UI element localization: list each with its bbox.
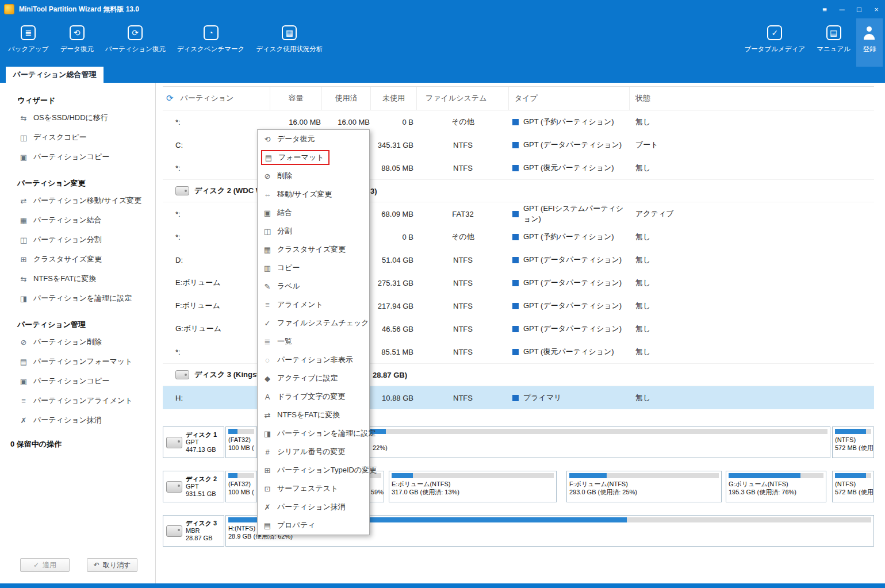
context-menu-item[interactable]: ⊞パーティションTypeIDの変更 xyxy=(258,461,369,479)
sidebar-item[interactable]: ▣パーティションコピー xyxy=(0,147,155,167)
context-menu-item[interactable]: ▥コピー xyxy=(258,259,369,277)
context-menu-item[interactable]: ▤プロパティ xyxy=(258,516,369,535)
context-menu-item[interactable]: ✗パーティション抹消 xyxy=(258,498,369,516)
sidebar-item[interactable]: ▣パーティションコピー xyxy=(0,371,155,391)
change-drive-letter-icon: A xyxy=(262,393,273,401)
disk-icon xyxy=(166,481,182,493)
context-menu-item[interactable]: ▤フォーマット xyxy=(258,148,369,167)
context-menu-item[interactable]: ✓ファイルシステムチェック xyxy=(258,314,369,332)
sidebar-item[interactable]: ▤パーティションフォーマット xyxy=(0,352,155,371)
disk-size: 28.87 GB xyxy=(186,535,217,542)
context-menu-item[interactable]: ◨パーティションを論理に設定 xyxy=(258,424,369,443)
usage-bar xyxy=(835,429,871,434)
context-menu-item-label: プロパティ xyxy=(277,520,316,531)
sidebar: ウィザード⇆OSをSSD/HDDに移行◫ディスクコピー▣パーティションコピーパー… xyxy=(0,83,156,583)
context-menu-item[interactable]: ◆アクティブに設定 xyxy=(258,369,369,387)
partition-map-label: E:ボリューム(NTFS) xyxy=(392,480,554,488)
usage-bar xyxy=(228,429,254,434)
diskmap-disk-info[interactable]: ディスク 2GPT931.51 GB xyxy=(163,471,224,502)
diskmap-disk-info[interactable]: ディスク 1GPT447.13 GB xyxy=(163,426,224,458)
undo-button[interactable]: ↶ 取り消す xyxy=(87,558,137,572)
context-menu-item-label: アライメント xyxy=(277,299,323,310)
diskmap-partition[interactable]: F:ボリューム(NTFS)293.0 GB (使用済: 25%) xyxy=(566,471,722,502)
diskmap-partition[interactable]: E:ボリューム(NTFS)317.0 GB (使用済: 13%) xyxy=(389,471,557,502)
sidebar-item[interactable]: ◨パーティションを論理に設定 xyxy=(0,289,155,308)
context-menu-item-label: パーティションTypeIDの変更 xyxy=(277,465,377,475)
context-menu-item[interactable]: ▣結合 xyxy=(258,203,369,222)
disk-scheme: MBR xyxy=(186,527,217,535)
context-menu-item[interactable]: ▦クラスタサイズ変更 xyxy=(258,240,369,259)
context-menu-item[interactable]: ⊘削除 xyxy=(258,167,369,185)
cluster-size-icon: ▦ xyxy=(262,245,273,254)
usage-bar xyxy=(392,473,554,478)
tab-partition-management[interactable]: パーティション総合管理 xyxy=(6,67,104,83)
partition-map-sublabel: 293.0 GB (使用済: 25%) xyxy=(569,488,719,496)
sidebar-buttons: ✓ 適用 ↶ 取り消す xyxy=(0,558,155,573)
data-recovery-button[interactable]: ⟲データ復元 xyxy=(55,18,99,67)
move-resize-icon: ⇄ xyxy=(19,197,28,205)
register-button[interactable]: 登録 xyxy=(856,18,883,67)
partition-map-sublabel: 195.3 GB (使用済: 76%) xyxy=(729,488,823,496)
sidebar-item[interactable]: ✗パーティション抹消 xyxy=(0,410,155,430)
maximize-button[interactable]: □ xyxy=(850,0,868,18)
menu-button[interactable]: ≡ xyxy=(816,0,833,18)
context-menu-item[interactable]: #シリアル番号の変更 xyxy=(258,443,369,461)
sidebar-item[interactable]: ◫ディスクコピー xyxy=(0,128,155,147)
context-menu-item[interactable]: ◫分割 xyxy=(258,222,369,240)
context-menu-item[interactable]: ⇔移動/サイズ変更 xyxy=(258,185,369,203)
copy-disk-icon: ◫ xyxy=(19,133,28,142)
context-menu-item[interactable]: ≡アライメント xyxy=(258,295,369,314)
sidebar-item[interactable]: ⇆OSをSSD/HDDに移行 xyxy=(0,108,155,128)
diskmap-partition[interactable]: (NTFS)572 MB (使用 xyxy=(832,471,874,502)
partition-recovery-button[interactable]: ⟳パーティション復元 xyxy=(99,18,171,67)
context-menu-item[interactable]: ≣一覧 xyxy=(258,332,369,351)
sidebar-item[interactable]: ⊘パーティション削除 xyxy=(0,332,155,352)
diskmap-partition[interactable]: (FAT32)100 MB ( xyxy=(225,471,257,502)
usage-bar xyxy=(569,473,719,478)
disk-benchmark-button[interactable]: ◔ディスクベンチマーク xyxy=(171,18,250,67)
context-menu-item[interactable]: ⟲データ復元 xyxy=(258,130,369,148)
register-icon xyxy=(862,25,877,40)
sidebar-item[interactable]: ⇄パーティション移動/サイズ変更 xyxy=(0,191,155,210)
context-menu-item-label: アクティブに設定 xyxy=(277,373,338,383)
context-menu-item[interactable]: ⇄NTFSをFATに変換 xyxy=(258,406,369,424)
manual-button[interactable]: ▤マニュアル xyxy=(811,18,856,67)
label-icon: ✎ xyxy=(262,282,273,291)
context-menu-item[interactable]: ✎ラベル xyxy=(258,277,369,295)
usage-bar xyxy=(228,473,254,478)
sidebar-item[interactable]: ▦パーティション結合 xyxy=(0,210,155,230)
backup-button[interactable]: ≣バックアップ xyxy=(2,18,55,67)
sidebar-item-label: パーティションコピー xyxy=(33,376,109,386)
bootable-media-button[interactable]: ✓ブータブルメディア xyxy=(738,18,811,67)
partition-map-label: F:ボリューム(NTFS) xyxy=(569,480,719,488)
toolbar-item-label: バックアップ xyxy=(8,45,49,53)
apply-button[interactable]: ✓ 適用 xyxy=(20,558,70,572)
context-menu-item[interactable]: Aドライブ文字の変更 xyxy=(258,387,369,406)
toolbar-right: ✓ブータブルメディア▤マニュアル登録 xyxy=(738,18,885,67)
context-menu-item[interactable]: ◌パーティション非表示 xyxy=(258,351,369,369)
sidebar-item-label: OSをSSD/HDDに移行 xyxy=(33,113,108,123)
context-menu-item[interactable]: ⊡サーフェステスト xyxy=(258,479,369,498)
close-button[interactable]: × xyxy=(868,0,885,18)
sidebar-item[interactable]: ⊞クラスタサイズ変更 xyxy=(0,249,155,269)
statusbar xyxy=(0,583,885,588)
diskmap-disk-info[interactable]: ディスク 3MBR28.87 GB xyxy=(163,515,224,547)
sidebar-item[interactable]: ◫パーティション分割 xyxy=(0,230,155,249)
properties-icon: ▤ xyxy=(262,521,273,530)
diskmap-partition[interactable]: (FAT32)100 MB ( xyxy=(225,426,257,458)
disk-benchmark-icon: ◔ xyxy=(204,25,219,40)
toolbar-item-label: パーティション復元 xyxy=(105,45,166,53)
sidebar-item-label: パーティション結合 xyxy=(33,215,102,225)
diskmap-partition[interactable]: (NTFS)572 MB (使用 xyxy=(832,426,874,458)
diskmap-partition[interactable]: G:ボリューム(NTFS)195.3 GB (使用済: 76%) xyxy=(726,471,826,502)
sidebar-item[interactable]: ⇆NTFSをFATに変換 xyxy=(0,269,155,289)
context-menu-item-label: 一覧 xyxy=(277,336,292,347)
partition-map-label-fragment: 22%) xyxy=(373,444,388,452)
space-analyzer-button[interactable]: ▦ディスク使用状況分析 xyxy=(250,18,328,67)
sidebar-item[interactable]: ≡パーティションアライメント xyxy=(0,391,155,410)
minimize-button[interactable]: ─ xyxy=(833,0,850,18)
undo-arrow-icon: ↶ xyxy=(94,561,99,569)
toolbar-item-label: データ復元 xyxy=(60,45,94,53)
context-menu-item-label: データ復元 xyxy=(277,134,315,144)
disk-icon xyxy=(166,525,182,537)
